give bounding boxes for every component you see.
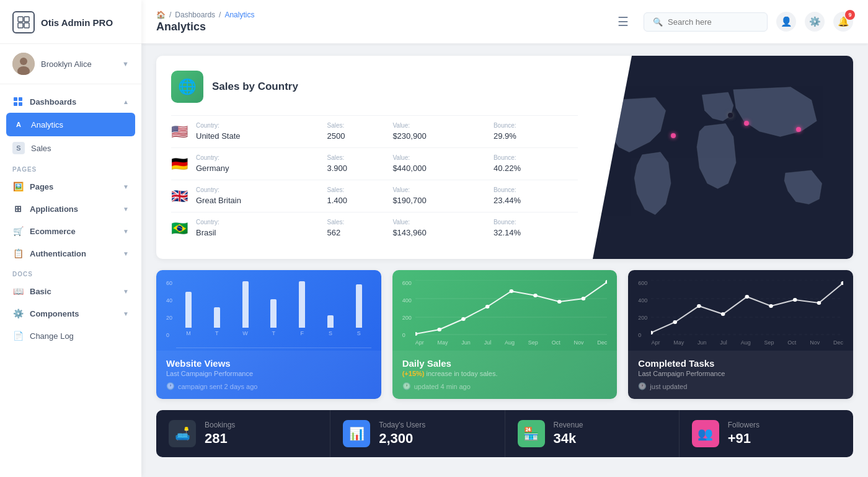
website-views-chart: 60 40 20 0 M T [156,270,381,351]
stat-value: 34k [554,431,583,447]
sales-by-country-card: 🌐 Sales by Country 🇺🇸 Country: United St… [156,56,853,259]
svg-rect-10 [19,102,22,106]
svg-point-32 [745,295,750,299]
stat-item: 👥 Followers +91 [680,410,853,457]
authentication-icon: 📋 [12,248,24,259]
main-content: 🏠 / Dashboards / Analytics Analytics ☰ 🔍… [141,0,868,477]
website-views-title: Website Views [166,358,371,369]
svg-point-22 [581,297,585,300]
daily-sales-card: 600 400 200 0 [392,270,618,399]
home-icon: 🏠 [156,11,166,19]
breadcrumb-sep-2: / [219,11,221,19]
ecommerce-icon: 🛒 [12,225,24,237]
daily-sales-title: Daily Sales [402,358,608,369]
completed-tasks-subtitle: Last Campaign Performance [638,370,843,377]
authentication-label: Authentication [30,249,117,258]
stat-label: Revenue [554,421,583,429]
svg-rect-2 [18,23,23,28]
sidebar-item-authentication[interactable]: 📋 Authentication ▼ [0,242,141,265]
stat-value: +91 [728,431,760,447]
sidebar-item-ecommerce[interactable]: 🛒 Ecommerce ▼ [0,220,141,242]
sidebar-item-changelog[interactable]: 📄 Change Log [0,325,141,347]
sales-card-title: Sales by Country [212,81,298,93]
basic-label: Basic [30,287,117,296]
svg-rect-3 [24,23,29,28]
pages-label: Pages [30,182,117,191]
page-content: 🌐 Sales by Country 🇺🇸 Country: United St… [141,43,868,477]
sidebar-item-sales[interactable]: S Sales [0,136,141,160]
sidebar-nav: Dashboards ▲ A Analytics S Sales PAGES 🖼… [0,84,141,477]
applications-label: Applications [30,204,117,214]
settings-button[interactable]: ⚙️ [805,12,825,32]
svg-point-30 [697,304,701,308]
svg-rect-1 [24,17,29,22]
sales-badge: S [12,142,25,154]
applications-icon: ⊞ [12,203,24,214]
analytics-badge: A [12,118,25,131]
daily-sales-info: Daily Sales (+15%) increase in today sal… [392,351,618,399]
svg-point-15 [415,332,417,336]
website-views-info: Website Views Last Campaign Performance … [156,351,381,399]
user-account-button[interactable]: 👤 [776,12,796,32]
daily-sales-footer: 🕐 updated 4 min ago [402,382,608,390]
components-chevron-icon: ▼ [123,310,129,317]
search-input[interactable] [668,17,748,27]
notifications-button[interactable]: 🔔 9 [833,12,853,32]
basic-icon: 📖 [12,286,24,297]
components-icon: ⚙️ [12,308,24,319]
svg-point-20 [533,294,538,297]
sidebar-item-pages[interactable]: 🖼️ Pages ▼ [0,175,141,198]
stat-item: 📊 Today's Users 2,300 [330,410,505,457]
stat-label: Followers [728,421,760,429]
applications-chevron-icon: ▼ [123,206,129,212]
sales-card-header: 🌐 Sales by Country [171,71,578,103]
breadcrumb-dashboards[interactable]: Dashboards [175,11,215,19]
stat-icon: 🛋️ [169,420,196,447]
dashboards-icon [12,96,24,107]
ecommerce-label: Ecommerce [30,227,117,236]
svg-rect-8 [19,97,22,101]
stat-value: 2,300 [379,431,425,447]
pages-chevron-icon: ▼ [123,183,129,190]
completed-tasks-title: Completed Tasks [638,358,843,369]
stat-item: 🛋️ Bookings 281 [156,410,330,457]
notification-badge: 9 [845,10,855,20]
completed-tasks-card: 600 400 200 0 [628,270,853,399]
user-chevron-icon: ▼ [122,60,129,68]
table-row: 🇩🇪 Country: Germany Sales: 3.900 Value: … [171,148,578,180]
stat-value: 281 [205,431,235,447]
daily-sales-chart: 600 400 200 0 [392,270,618,351]
page-title: Analytics [156,20,254,33]
breadcrumb-analytics: Analytics [224,11,254,19]
analytics-label: Analytics [31,120,129,129]
pages-section-label: PAGES [0,160,141,175]
completed-tasks-info: Completed Tasks Last Campaign Performanc… [628,351,853,399]
globe-icon: 🌐 [171,71,203,103]
sidebar-item-dashboards[interactable]: Dashboards ▲ [0,90,141,113]
user-profile[interactable]: Brooklyn Alice ▼ [0,44,141,84]
search-box[interactable]: 🔍 [644,12,768,32]
world-map [593,56,853,259]
search-icon: 🔍 [653,17,663,27]
svg-point-5 [20,58,27,65]
svg-point-35 [817,301,822,305]
svg-point-33 [769,304,774,308]
avatar [12,53,35,75]
svg-point-16 [437,328,441,331]
stat-icon: 🏪 [518,420,545,447]
authentication-chevron-icon: ▼ [123,250,129,257]
ecommerce-chevron-icon: ▼ [123,228,129,235]
svg-point-29 [673,320,678,324]
changelog-icon: 📄 [12,330,24,341]
table-row: 🇬🇧 Country: Great Britain Sales: 1.400 V… [171,180,578,212]
sales-card-left: 🌐 Sales by Country 🇺🇸 Country: United St… [156,56,593,259]
website-views-card: 60 40 20 0 M T [156,270,381,399]
sidebar-item-basic[interactable]: 📖 Basic ▼ [0,280,141,302]
sidebar-item-components[interactable]: ⚙️ Components ▼ [0,302,141,325]
sidebar-item-applications[interactable]: ⊞ Applications ▼ [0,198,141,220]
website-views-subtitle: Last Campaign Performance [166,370,371,377]
sidebar-item-analytics[interactable]: A Analytics [6,113,135,136]
svg-point-18 [485,305,490,309]
menu-toggle-button[interactable]: ☰ [613,12,634,32]
stat-label: Today's Users [379,421,425,429]
